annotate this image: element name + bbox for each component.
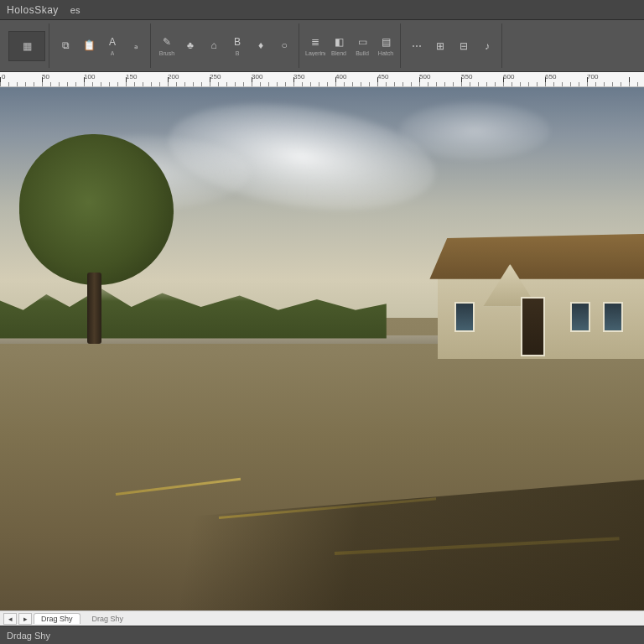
- house-door: [521, 297, 545, 357]
- app-title: HolosSkay: [7, 4, 59, 16]
- ruler-tick: 600: [503, 73, 514, 80]
- text-icon: A: [106, 35, 119, 49]
- horizontal-ruler[interactable]: 0 50 100 150 200 250 300 350 400 450 500…: [0, 72, 644, 87]
- dots-icon: ⋯: [410, 39, 423, 53]
- app-window: HolosSkay es ▦ ⧉ 📋 A A ₐ: [0, 0, 644, 644]
- layer-button[interactable]: ≣ Layering: [304, 28, 326, 65]
- stone-house: [438, 234, 644, 360]
- ruler-tick: 650: [545, 73, 556, 80]
- menubar: HolosSkay es: [0, 0, 644, 20]
- style-selector[interactable]: ▦: [8, 31, 45, 61]
- menu-item[interactable]: es: [70, 5, 80, 15]
- status-text: Drdag Shy: [7, 631, 50, 641]
- minus-box-icon: ⊟: [457, 39, 470, 53]
- house-window: [454, 302, 475, 332]
- plus-box-icon: ⊞: [434, 39, 447, 53]
- tool-o1[interactable]: ○: [273, 28, 295, 65]
- ruler-tick: 100: [84, 73, 95, 80]
- copy-icon: ⧉: [59, 39, 72, 52]
- rendered-scene: [0, 87, 644, 610]
- tree-crown: [19, 134, 174, 285]
- b-icon: B: [231, 35, 244, 49]
- paste-icon: 📋: [82, 39, 96, 52]
- text-small-button[interactable]: ₐ: [125, 28, 147, 65]
- tree-icon: ♣: [184, 39, 197, 52]
- blend-button[interactable]: ◧ Blend: [328, 28, 350, 65]
- ribbon-toolbar: ▦ ⧉ 📋 A A ₐ ✎ Brush: [0, 20, 644, 72]
- tab-secondary-label: Drag Shy: [92, 615, 124, 623]
- ruler-tick: 150: [126, 73, 137, 80]
- copy-button[interactable]: ⧉: [55, 28, 76, 65]
- ruler-tick: 200: [168, 73, 179, 80]
- layout-tab[interactable]: Drag Shy: [34, 613, 80, 624]
- ruler-tick: 700: [587, 73, 598, 80]
- house-button[interactable]: ⌂: [203, 28, 225, 65]
- tool-group-modify: ≣ Layering ◧ Blend ▭ Build ▤ Hatch: [301, 23, 401, 68]
- ruler-tick: 550: [461, 73, 472, 80]
- ruler-tick: 50: [42, 73, 49, 80]
- chevron-left-icon: ◂: [8, 615, 13, 623]
- ruler-tick: 250: [210, 73, 221, 80]
- ruler-tick: 0: [2, 73, 5, 80]
- hatch-icon: ▤: [379, 35, 392, 49]
- circle-icon: ○: [278, 39, 291, 52]
- ruler-tick: 450: [377, 73, 388, 80]
- tab-prev-button[interactable]: ◂: [3, 613, 17, 625]
- tree-button[interactable]: ♣: [179, 28, 201, 65]
- house-window: [603, 302, 624, 332]
- chevron-right-icon: ▸: [23, 615, 28, 623]
- tab-label: Drag Shy: [41, 615, 73, 623]
- hatch-button[interactable]: ▤ Hatch: [375, 28, 397, 65]
- house-icon: ⌂: [207, 39, 221, 52]
- brush-button[interactable]: ✎ Brush: [156, 28, 178, 65]
- brush-icon: ✎: [160, 35, 174, 49]
- misc-2[interactable]: ⊞: [429, 28, 451, 65]
- tool-b1[interactable]: B B: [226, 28, 248, 65]
- cloud: [399, 101, 550, 160]
- misc-1[interactable]: ⋯: [406, 28, 428, 65]
- blend-icon: ◧: [332, 35, 345, 49]
- build-icon: ▭: [356, 35, 369, 49]
- lane-marking: [116, 478, 241, 496]
- note-icon: ♪: [480, 39, 494, 53]
- diamond-icon: ♦: [254, 39, 267, 52]
- tree-trunk: [87, 273, 101, 344]
- build-button[interactable]: ▭ Build: [351, 28, 373, 65]
- layer-icon: ≣: [309, 35, 322, 49]
- tool-h1[interactable]: ♦: [250, 28, 272, 65]
- status-bar: Drdag Shy: [0, 626, 644, 644]
- text-button[interactable]: A A: [101, 28, 123, 65]
- tree-left: [19, 134, 174, 344]
- tool-group-clipboard: ⧉ 📋 A A ₐ: [51, 23, 151, 68]
- ruler-tick: 400: [335, 73, 346, 80]
- tab-next-button[interactable]: ▸: [18, 613, 32, 625]
- note-button[interactable]: ♪: [476, 28, 498, 65]
- ruler-tick: 300: [252, 73, 262, 80]
- canvas-viewport[interactable]: [0, 87, 644, 610]
- house-roof: [429, 234, 644, 279]
- text-small-icon: ₐ: [129, 39, 143, 52]
- ruler-tick: 350: [293, 73, 304, 80]
- misc-3[interactable]: ⊟: [453, 28, 475, 65]
- layout-tabstrip: ◂ ▸ Drag Shy Drag Shy: [0, 610, 644, 626]
- grid-icon: ▦: [20, 39, 34, 53]
- tool-group-draw: ✎ Brush ♣ ⌂ B B ♦ ○: [153, 23, 299, 68]
- tool-group-selector: ▦: [5, 23, 49, 68]
- paste-button[interactable]: 📋: [78, 28, 100, 65]
- ruler-tick: 500: [419, 73, 430, 80]
- tool-group-misc: ⋯ ⊞ ⊟ ♪: [402, 23, 502, 68]
- house-window: [570, 302, 591, 332]
